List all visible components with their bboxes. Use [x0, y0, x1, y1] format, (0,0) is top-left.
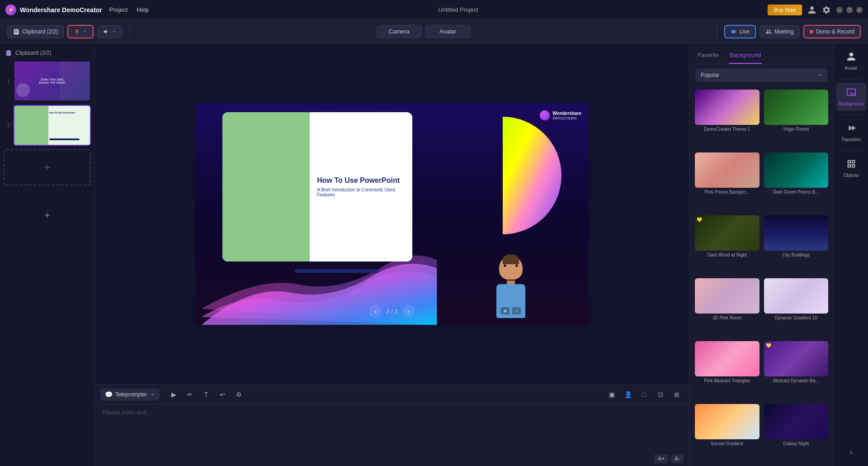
- audio-button[interactable]: [97, 25, 123, 38]
- tp-layout-4-button[interactable]: ⊡: [654, 388, 667, 401]
- bg-item-dark-green[interactable]: Dark Green Promo B...: [764, 152, 829, 211]
- nav-prev-button[interactable]: ‹: [369, 305, 382, 318]
- clipboard-small-icon: [5, 50, 12, 56]
- tp-layout-1-button[interactable]: ▣: [605, 388, 618, 401]
- bg-item-3d-pink[interactable]: 3D Pink Room: [695, 278, 760, 337]
- panel-item-objects[interactable]: Objects: [836, 154, 867, 182]
- tp-pen-button[interactable]: ✏: [183, 388, 197, 401]
- bg-item-dark-wood[interactable]: 💛 Dark Wood at Night: [695, 215, 760, 274]
- logo-watermark: Wondershare DemoCreator: [540, 110, 581, 120]
- demo-record-button[interactable]: Demo & Record: [803, 25, 861, 38]
- bg-item-city-buildings[interactable]: City Buildings: [764, 215, 829, 274]
- tab-background[interactable]: Background: [729, 49, 762, 64]
- microphone-button[interactable]: [67, 25, 94, 38]
- tp-play-button[interactable]: ▶: [167, 388, 180, 401]
- slide-item-2[interactable]: 2 How To Use PowerPoint: [4, 105, 91, 146]
- panel-item-avatar[interactable]: Avatar: [836, 47, 867, 75]
- mic-dropdown-icon: [83, 29, 87, 34]
- slide-thumb-2[interactable]: How To Use PowerPoint: [14, 105, 91, 146]
- slide-thumb-1[interactable]: Share Your Idea,Dazzle The World!: [14, 61, 91, 101]
- tp-layout-3-button[interactable]: □: [637, 388, 651, 401]
- abstract-dyn-favorite-badge: 💛: [766, 343, 771, 348]
- bg-thumb-city-buildings: [764, 215, 829, 251]
- audio-dropdown-icon: [112, 29, 117, 34]
- user-icon[interactable]: [807, 5, 816, 14]
- maximize-button[interactable]: ❐: [846, 7, 853, 13]
- teleprompter-text-area[interactable]: Please enter text...: [95, 404, 689, 452]
- panel-expand-button[interactable]: [836, 444, 867, 461]
- add-slide-button[interactable]: +: [4, 149, 91, 185]
- avatar-mode-button[interactable]: Avatar: [425, 25, 471, 38]
- slide-number-1: 1: [4, 78, 10, 84]
- teleprompter-toolbar: 💬 Teleprompter ▶ ✏ T ↩ ⚙ ▣ 👤 □ ⊡ ⊞: [95, 385, 689, 404]
- slide2-title-preview: How To Use PowerPoint: [49, 111, 89, 114]
- slide2-green-section: [14, 106, 48, 145]
- bg-item-abstract-dyn[interactable]: 💛 Abstract Dynamic Ba...: [764, 341, 829, 399]
- bg-thumb-pink-abstract: [695, 341, 760, 376]
- tp-text-button[interactable]: T: [199, 388, 213, 401]
- teleprompter-dropdown[interactable]: 💬 Teleprompter: [100, 389, 160, 400]
- bg-label-democreator: DemoCreator Theme 1: [695, 127, 760, 132]
- bg-thumb-gradient1: [695, 404, 760, 439]
- avatar-panel-icon: [846, 52, 856, 64]
- avatar-head: [499, 256, 523, 280]
- bg-item-democreator[interactable]: DemoCreator Theme 1: [695, 90, 760, 148]
- icon-panel: Avatar Background Transition: [834, 43, 868, 466]
- clipboard-header: Clipboard (2/2): [4, 47, 91, 61]
- bg-thumb-galaxy: [764, 404, 829, 439]
- bg-item-galaxy[interactable]: Galaxy Night: [764, 404, 829, 462]
- avatar-figure: ⊞ ⤢: [496, 256, 525, 318]
- right-sidebar: Favorite Background Popular DemoCreator …: [689, 43, 868, 466]
- camera-button[interactable]: Camera: [377, 25, 422, 38]
- settings-icon[interactable]: [822, 5, 831, 14]
- bg-item-dyn-grad[interactable]: Dynamic Gradient 10: [764, 278, 829, 337]
- font-size-increase-button[interactable]: A+: [654, 454, 668, 463]
- slide-panel-footer: +: [4, 204, 91, 227]
- avatar-panel-label: Avatar: [844, 66, 858, 71]
- title-bar-right: Buy Now — ❐ ✕: [768, 5, 863, 15]
- ctrl-btn-1[interactable]: ⊞: [501, 307, 510, 314]
- tp-format-button[interactable]: ⚙: [232, 388, 245, 401]
- avatar-eye-left: [504, 264, 506, 267]
- clipboard-button[interactable]: Clipboard (2/2): [7, 25, 64, 38]
- dark-wood-favorite-badge: 💛: [697, 217, 702, 222]
- tab-favorite-label: Favorite: [698, 52, 719, 58]
- tp-layout-5-button[interactable]: ⊞: [670, 388, 684, 401]
- buy-now-button[interactable]: Buy Now: [768, 5, 802, 15]
- add-clipboard-button[interactable]: +: [7, 207, 87, 223]
- record-indicator: [810, 30, 813, 33]
- slide-item-1[interactable]: 1 Share Your Idea,Dazzle The World!: [4, 61, 91, 101]
- live-button[interactable]: Live: [724, 25, 756, 38]
- bg-item-pink-abstract[interactable]: Pink Abstract Triangles: [695, 341, 760, 399]
- bg-thumb-dyn-grad: [764, 278, 829, 314]
- bg-item-gradient1[interactable]: Sunset Gradient: [695, 404, 760, 462]
- app-logo-icon: ⚡: [5, 5, 16, 15]
- bg-label-virgin-forest: Virgin Forest: [764, 127, 829, 132]
- bg-label-gradient1: Sunset Gradient: [695, 441, 760, 446]
- minimize-button[interactable]: —: [836, 7, 843, 13]
- canvas-container: How To Use PowerPoint A Brief Introducti…: [95, 43, 689, 385]
- tp-undo-button[interactable]: ↩: [216, 388, 229, 401]
- tp-layout-2-button[interactable]: 👤: [621, 388, 635, 401]
- slide-panel: Clipboard (2/2) 1 Share Your Idea,Dazzle…: [0, 43, 95, 466]
- bg-thumb-dark-green: [764, 152, 829, 188]
- clipboard-panel-label: Clipboard (2/2): [15, 50, 51, 56]
- close-button[interactable]: ✕: [856, 7, 863, 13]
- panel-item-background[interactable]: Background: [836, 83, 867, 111]
- bg-item-pink-promo[interactable]: Pink Promo Backgro...: [695, 152, 760, 211]
- canvas-frame: How To Use PowerPoint A Brief Introducti…: [195, 103, 589, 325]
- background-filter-dropdown[interactable]: Popular: [696, 69, 827, 81]
- tab-favorite[interactable]: Favorite: [697, 49, 720, 64]
- font-size-decrease-button[interactable]: A-: [671, 454, 684, 463]
- meeting-icon: [765, 29, 772, 35]
- teleprompter-right-tools: ▣ 👤 □ ⊡ ⊞: [605, 388, 684, 401]
- bg-item-virgin-forest[interactable]: Virgin Forest: [764, 90, 829, 148]
- nav-next-button[interactable]: ›: [402, 305, 415, 318]
- menu-help[interactable]: Help: [137, 6, 149, 13]
- ctrl-btn-2[interactable]: ⤢: [512, 307, 521, 314]
- filter-label: Popular: [701, 72, 719, 78]
- meeting-button[interactable]: Meeting: [760, 25, 800, 38]
- background-tabs: Favorite Background: [689, 43, 834, 64]
- menu-project[interactable]: Project: [109, 6, 127, 13]
- panel-item-transition[interactable]: Transition: [836, 119, 867, 147]
